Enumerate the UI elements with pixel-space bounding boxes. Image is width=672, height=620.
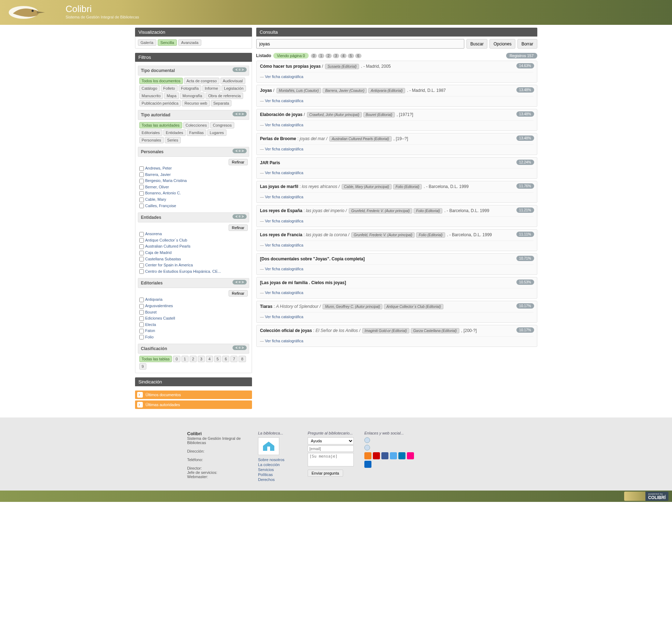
page-number[interactable]: 1 — [318, 54, 324, 58]
refinar-entidades[interactable]: Refinar — [229, 225, 247, 231]
ask-type-select[interactable]: Ayuda — [308, 437, 354, 444]
filter-pill[interactable]: Publicación periódica — [139, 100, 181, 106]
ver-ficha-link[interactable]: Ver ficha catalográfica — [260, 216, 533, 223]
filter-pill[interactable]: 0 — [173, 356, 180, 362]
filter-link[interactable]: Argusvalentines — [145, 304, 173, 308]
filter-checkbox[interactable] — [139, 204, 144, 208]
ver-ficha-link[interactable]: Ver ficha catalográfica — [260, 144, 533, 151]
nav-arrows-icon[interactable]: < = > — [233, 280, 246, 284]
filter-pill[interactable]: Congresos — [210, 122, 234, 128]
filter-checkbox[interactable] — [139, 304, 144, 309]
authority-pill[interactable]: Imaginiti Gold-or (Editorial) — [362, 328, 409, 333]
filter-link[interactable]: Antiqvaria — [145, 297, 163, 301]
filter-checkbox[interactable] — [139, 238, 144, 243]
filter-link[interactable]: Ansorena — [145, 232, 162, 236]
filter-pill[interactable]: Todas las autoridades — [139, 122, 182, 128]
filter-checkbox[interactable] — [139, 335, 144, 339]
filter-checkbox[interactable] — [139, 316, 144, 321]
nav-arrows-icon[interactable]: < = > — [233, 67, 246, 72]
authority-pill[interactable]: Antique Collector´s Club (Editorial) — [384, 304, 443, 309]
filter-link[interactable]: Center for Spain in America — [145, 263, 193, 267]
filter-link[interactable]: Caja de Madrid — [145, 250, 172, 255]
filter-link[interactable]: Antique Collector´s Club — [145, 238, 187, 242]
filter-link[interactable]: Folio — [145, 335, 154, 339]
authority-pill[interactable]: Folio (Editorial) — [414, 208, 442, 214]
search-input[interactable] — [256, 39, 465, 49]
filter-checkbox[interactable] — [139, 263, 144, 268]
filter-pill[interactable]: Acta de congreso — [184, 78, 219, 84]
authority-pill[interactable]: Cable, Mary (Autor principal) — [342, 184, 392, 189]
filter-pill[interactable]: Monografía — [180, 93, 205, 99]
filter-checkbox[interactable] — [139, 310, 144, 315]
filter-link[interactable]: Castellana Subastas — [145, 257, 181, 261]
filter-link[interactable]: Barrera, Javier — [145, 172, 171, 177]
ver-ficha-link[interactable]: Ver ficha catalográfica — [260, 288, 533, 295]
filter-link[interactable]: Bergesio, Maria Cristina — [145, 178, 187, 183]
filter-pill[interactable]: Fotografía — [179, 85, 201, 92]
ask-message-input[interactable] — [308, 453, 354, 466]
footer-link[interactable]: Políticas — [258, 472, 297, 477]
borrar-button[interactable]: Borrar — [517, 39, 537, 49]
nav-arrows-icon[interactable]: < = > — [233, 112, 246, 116]
filter-pill[interactable]: Catálogo — [139, 85, 160, 92]
page-number[interactable]: 0 — [311, 54, 317, 58]
filter-checkbox[interactable] — [139, 269, 144, 274]
filter-pill[interactable]: Colecciones — [183, 122, 209, 128]
social-icon[interactable] — [407, 452, 414, 459]
filter-pill[interactable]: Personales — [139, 137, 164, 143]
filter-pill[interactable]: Series — [165, 137, 181, 143]
filter-checkbox[interactable] — [139, 198, 144, 202]
filter-checkbox[interactable] — [139, 179, 144, 183]
ver-ficha-link[interactable]: Ver ficha catalográfica — [260, 264, 533, 271]
filter-pill[interactable]: Manuscrito — [139, 93, 163, 99]
filter-pill[interactable]: Familias — [187, 129, 206, 136]
filter-checkbox[interactable] — [139, 329, 144, 333]
filter-pill[interactable]: Mapa — [164, 93, 179, 99]
buscar-button[interactable]: Buscar — [466, 39, 487, 49]
filter-link[interactable]: Cailles, Françoise — [145, 204, 176, 208]
ask-email-input[interactable] — [308, 445, 354, 452]
opciones-button[interactable]: Opciones — [489, 39, 515, 49]
page-number[interactable]: 2 — [325, 54, 332, 58]
social-icon[interactable] — [398, 452, 405, 459]
filter-checkbox[interactable] — [139, 322, 144, 327]
authority-pill[interactable]: Grunfeld, Frederic V. (Autor principal) — [351, 232, 415, 238]
filter-checkbox[interactable] — [139, 244, 144, 249]
footer-link[interactable]: La colección — [258, 462, 297, 467]
filter-pill[interactable]: Todos los documentos — [139, 78, 183, 84]
filter-pill[interactable]: Legislación — [222, 85, 246, 92]
nav-arrows-icon[interactable]: < = > — [233, 345, 246, 350]
filter-pill[interactable]: 1 — [181, 356, 189, 362]
filter-pill[interactable]: Editoriales — [139, 129, 162, 136]
authority-pill[interactable]: Barrera, Javier (Coautor) — [323, 88, 367, 93]
page-number[interactable]: 6 — [355, 54, 362, 58]
refinar-personales[interactable]: Refinar — [229, 159, 247, 165]
filter-link[interactable]: Bouret — [145, 310, 157, 314]
footer-link[interactable]: Sobre nosotros — [258, 457, 297, 462]
page-number[interactable]: 5 — [348, 54, 354, 58]
filter-pill[interactable]: 5 — [214, 356, 221, 362]
filter-checkbox[interactable] — [139, 232, 144, 237]
filter-pill[interactable]: Audiovisual — [220, 78, 245, 84]
filter-pill[interactable]: 7 — [230, 356, 237, 362]
nav-arrows-icon[interactable]: < = > — [233, 214, 246, 219]
filter-pill[interactable]: Lugares — [207, 129, 226, 136]
globe-icon[interactable] — [364, 445, 370, 450]
authority-pill[interactable]: Grunfeld, Frederic V. (Autor principal) — [349, 208, 412, 214]
authority-pill[interactable]: Crawford, John (Autor principal) — [307, 112, 362, 117]
ver-ficha-link[interactable]: Ver ficha catalográfica — [260, 96, 533, 103]
filter-checkbox[interactable] — [139, 251, 144, 255]
filter-pill[interactable]: 9 — [139, 363, 146, 370]
authority-pill[interactable]: Folio (Editorial) — [416, 232, 445, 238]
filter-pill[interactable]: Avanzada — [178, 39, 201, 46]
filter-checkbox[interactable] — [139, 185, 144, 189]
ver-ficha-link[interactable]: Ver ficha catalográfica — [260, 192, 533, 199]
filter-link[interactable]: Berner, Oliver — [145, 185, 169, 189]
page-number[interactable]: 3 — [333, 54, 339, 58]
filter-pill[interactable]: Galería — [138, 39, 156, 46]
filter-checkbox[interactable] — [139, 172, 144, 177]
refinar-editoriales[interactable]: Refinar — [229, 290, 247, 297]
filter-pill[interactable]: Entidades — [163, 129, 186, 136]
filter-pill[interactable]: Sencilla — [158, 39, 177, 46]
authority-pill[interactable]: Bouret (Editorial) — [363, 112, 395, 117]
